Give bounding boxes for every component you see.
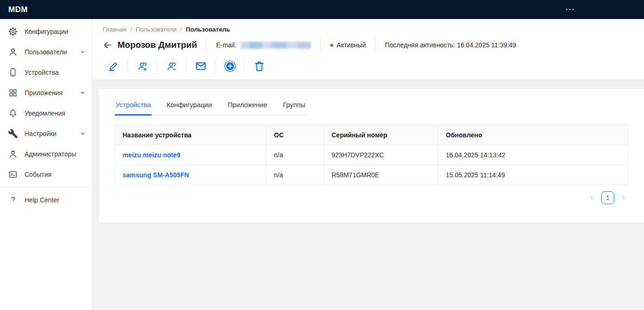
breadcrumb-users[interactable]: Пользователи: [136, 26, 176, 33]
wrench-icon: [8, 129, 18, 139]
breadcrumb-separator: /: [180, 26, 182, 33]
updated-cell: 15.05.2025 11:14:49: [438, 165, 628, 185]
serial-cell: 923H7DVP222XC: [324, 145, 438, 165]
table-header-row: Название устройства ОС Серийный номер Об…: [115, 125, 628, 145]
toolbar-divider: [156, 58, 157, 73]
breadcrumb-separator: /: [130, 26, 132, 33]
toolbar-divider: [215, 58, 215, 73]
terminal-icon: [8, 169, 18, 180]
sidebar-item-notifications[interactable]: Уведомления: [0, 103, 92, 123]
sidebar-item-configurations[interactable]: Конфигурации: [0, 21, 92, 42]
sidebar-item-events[interactable]: События: [0, 164, 92, 185]
sidebar-item-label: Конфигурации: [25, 28, 85, 35]
app-logo: MDM: [8, 5, 28, 14]
breadcrumb-home[interactable]: Главная: [103, 26, 126, 33]
status-label: Активный: [337, 41, 366, 49]
remove-user-button[interactable]: [162, 58, 181, 74]
top-bar: MDM: [0, 0, 644, 19]
sidebar-item-applications[interactable]: Приложения: [0, 83, 92, 103]
page-number[interactable]: 1: [601, 191, 614, 204]
person-icon: [8, 47, 18, 57]
plus-circle-icon: [223, 59, 237, 73]
grid-icon: [8, 88, 18, 98]
devices-table: Название устройства ОС Серийный номер Об…: [115, 125, 628, 185]
more-menu-icon[interactable]: [563, 0, 577, 19]
column-os: ОС: [267, 125, 324, 145]
question-icon: [8, 195, 18, 205]
sidebar-item-label: Устройства: [25, 69, 85, 76]
mail-icon: [195, 60, 207, 72]
os-cell: n/a: [267, 145, 324, 165]
person-remove-icon: [165, 60, 178, 72]
column-device-name: Название устройства: [115, 125, 267, 145]
column-updated: Обновлено: [438, 125, 628, 145]
email-field: E-mail:: [216, 41, 311, 49]
page-title: Морозов Дмитрий: [117, 40, 197, 50]
sidebar-item-label: Help Center: [25, 196, 85, 204]
page-header: Главная / Пользователи / Пользователь Мо…: [92, 19, 644, 79]
column-serial: Серийный номер: [324, 125, 438, 145]
send-mail-button[interactable]: [191, 58, 210, 74]
tab-devices[interactable]: Устройства: [115, 101, 152, 115]
sidebar-item-label: Уведомления: [25, 110, 85, 117]
tab-groups[interactable]: Группы: [282, 101, 306, 115]
sidebar-item-label: Приложения: [25, 89, 80, 97]
device-link[interactable]: samsung SM-A505FN: [123, 171, 189, 179]
sidebar-item-label: Пользователи: [25, 48, 80, 56]
next-page-icon[interactable]: [619, 193, 628, 202]
pagination: 1: [115, 191, 628, 204]
smartphone-icon: [8, 67, 18, 78]
sidebar: Конфигурации Пользователи Устройства При…: [0, 19, 92, 310]
table-row: meizu meizu note9 n/a 923H7DVP222XC 16.0…: [115, 145, 628, 165]
header-divider: [206, 38, 207, 52]
user-actions-toolbar: [104, 57, 633, 75]
tab-application[interactable]: Приложение: [227, 101, 268, 115]
add-button[interactable]: [221, 58, 239, 74]
status-dot-icon: [330, 44, 333, 47]
sidebar-item-label: События: [25, 171, 85, 178]
tab-bar: Устройства Конфигурации Приложение Групп…: [115, 101, 306, 116]
trash-icon: [253, 60, 266, 72]
table-row: samsung SM-A505FN n/a R58M71GMR0E 15.05.…: [115, 165, 628, 185]
os-cell: n/a: [267, 165, 324, 185]
header-divider: [375, 38, 376, 52]
sidebar-item-label: Администраторы: [25, 150, 85, 158]
sidebar-item-devices[interactable]: Устройства: [0, 62, 92, 83]
sidebar-item-settings[interactable]: Настройки: [0, 123, 92, 144]
bell-icon: [8, 108, 18, 118]
main-content: Главная / Пользователи / Пользователь Мо…: [92, 0, 644, 222]
breadcrumb-current: Пользователь: [186, 26, 230, 33]
toolbar-divider: [186, 58, 186, 73]
tab-configurations[interactable]: Конфигурации: [166, 101, 213, 115]
admin-icon: [8, 149, 18, 159]
sidebar-divider: [0, 187, 92, 187]
user-title-row: Морозов Дмитрий E-mail: Активный Последн…: [103, 38, 633, 52]
redacted-email-value: [241, 42, 311, 49]
sidebar-item-users[interactable]: Пользователи: [0, 42, 92, 62]
chevron-down-icon: [80, 131, 85, 136]
updated-cell: 16.04.2025 14:13:42: [438, 145, 628, 165]
sidebar-item-administrators[interactable]: Администраторы: [0, 144, 92, 164]
device-link[interactable]: meizu meizu note9: [123, 151, 180, 159]
header-divider: [320, 38, 321, 52]
last-activity: Последняя активность: 16.04.2025 11:39:4…: [385, 41, 516, 49]
add-user-button[interactable]: [133, 58, 151, 74]
toolbar-divider: [127, 58, 128, 73]
sidebar-item-label: Настройки: [25, 130, 80, 137]
gear-icon: [8, 26, 18, 37]
email-label: E-mail:: [216, 41, 236, 49]
chevron-down-icon: [80, 90, 85, 96]
edit-button[interactable]: [104, 58, 122, 74]
chevron-down-icon: [80, 49, 85, 55]
user-details-card: Устройства Конфигурации Приложение Групп…: [99, 89, 644, 222]
prev-page-icon[interactable]: [587, 193, 597, 202]
toolbar-divider: [244, 58, 245, 73]
person-add-icon: [136, 60, 149, 72]
breadcrumb: Главная / Пользователи / Пользователь: [103, 26, 633, 33]
status-badge: Активный: [330, 41, 366, 49]
delete-button[interactable]: [250, 58, 268, 74]
sidebar-item-help-center[interactable]: Help Center: [0, 190, 92, 210]
back-arrow-icon[interactable]: [103, 39, 115, 51]
pencil-icon: [107, 60, 119, 72]
serial-cell: R58M71GMR0E: [324, 165, 438, 185]
